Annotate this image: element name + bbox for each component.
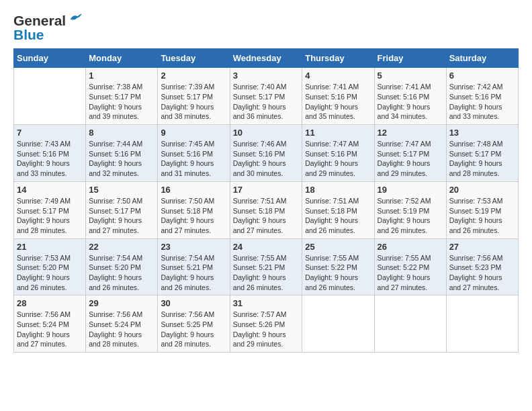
day-number: 5 <box>378 71 443 81</box>
day-cell: 4Sunrise: 7:41 AM Sunset: 5:16 PM Daylig… <box>302 68 374 125</box>
day-info: Sunrise: 7:53 AM Sunset: 5:20 PM Dayligh… <box>17 253 83 293</box>
logo-container: General Blue <box>13 13 82 42</box>
day-number: 27 <box>449 242 515 252</box>
day-info: Sunrise: 7:45 AM Sunset: 5:16 PM Dayligh… <box>161 139 226 179</box>
week-row-4: 21Sunrise: 7:53 AM Sunset: 5:20 PM Dayli… <box>14 238 519 295</box>
day-info: Sunrise: 7:39 AM Sunset: 5:17 PM Dayligh… <box>161 82 226 122</box>
day-cell <box>374 295 446 353</box>
week-row-2: 7Sunrise: 7:43 AM Sunset: 5:16 PM Daylig… <box>14 125 519 182</box>
day-cell: 22Sunrise: 7:54 AM Sunset: 5:20 PM Dayli… <box>86 238 158 295</box>
day-number: 30 <box>161 298 226 308</box>
day-cell: 7Sunrise: 7:43 AM Sunset: 5:16 PM Daylig… <box>14 125 86 182</box>
day-cell: 14Sunrise: 7:49 AM Sunset: 5:17 PM Dayli… <box>14 181 86 238</box>
day-number: 7 <box>17 128 83 138</box>
day-cell: 8Sunrise: 7:44 AM Sunset: 5:16 PM Daylig… <box>86 125 158 182</box>
day-info: Sunrise: 7:52 AM Sunset: 5:19 PM Dayligh… <box>378 196 443 236</box>
day-info: Sunrise: 7:38 AM Sunset: 5:17 PM Dayligh… <box>89 82 154 122</box>
day-number: 18 <box>305 185 371 195</box>
logo: General Blue <box>13 13 82 42</box>
day-info: Sunrise: 7:57 AM Sunset: 5:26 PM Dayligh… <box>233 310 300 349</box>
day-cell: 23Sunrise: 7:54 AM Sunset: 5:21 PM Dayli… <box>158 238 230 295</box>
week-row-1: 1Sunrise: 7:38 AM Sunset: 5:17 PM Daylig… <box>14 68 519 125</box>
day-info: Sunrise: 7:55 AM Sunset: 5:22 PM Dayligh… <box>305 253 371 293</box>
day-info: Sunrise: 7:48 AM Sunset: 5:17 PM Dayligh… <box>449 139 515 179</box>
header-day-wednesday: Wednesday <box>230 49 302 68</box>
day-cell: 24Sunrise: 7:55 AM Sunset: 5:21 PM Dayli… <box>230 238 302 295</box>
day-info: Sunrise: 7:51 AM Sunset: 5:18 PM Dayligh… <box>233 196 300 236</box>
day-info: Sunrise: 7:54 AM Sunset: 5:21 PM Dayligh… <box>161 253 226 293</box>
day-number: 15 <box>89 185 154 195</box>
day-cell: 19Sunrise: 7:52 AM Sunset: 5:19 PM Dayli… <box>374 181 446 238</box>
day-cell: 12Sunrise: 7:47 AM Sunset: 5:17 PM Dayli… <box>374 125 446 182</box>
header-day-sunday: Sunday <box>14 49 86 68</box>
day-info: Sunrise: 7:55 AM Sunset: 5:22 PM Dayligh… <box>378 253 443 293</box>
day-cell <box>14 68 86 125</box>
day-cell: 13Sunrise: 7:48 AM Sunset: 5:17 PM Dayli… <box>446 125 518 182</box>
day-info: Sunrise: 7:50 AM Sunset: 5:18 PM Dayligh… <box>161 196 226 236</box>
day-info: Sunrise: 7:56 AM Sunset: 5:24 PM Dayligh… <box>17 310 83 349</box>
header-row: SundayMondayTuesdayWednesdayThursdayFrid… <box>14 49 519 68</box>
calendar-table: SundayMondayTuesdayWednesdayThursdayFrid… <box>13 48 519 353</box>
day-info: Sunrise: 7:51 AM Sunset: 5:18 PM Dayligh… <box>305 196 371 236</box>
day-cell <box>446 295 518 353</box>
day-cell <box>302 295 374 353</box>
week-row-3: 14Sunrise: 7:49 AM Sunset: 5:17 PM Dayli… <box>14 181 519 238</box>
day-cell: 25Sunrise: 7:55 AM Sunset: 5:22 PM Dayli… <box>302 238 374 295</box>
day-info: Sunrise: 7:43 AM Sunset: 5:16 PM Dayligh… <box>17 139 83 179</box>
day-number: 13 <box>449 128 515 138</box>
day-cell: 3Sunrise: 7:40 AM Sunset: 5:17 PM Daylig… <box>230 68 302 125</box>
day-number: 23 <box>161 242 226 252</box>
week-row-5: 28Sunrise: 7:56 AM Sunset: 5:24 PM Dayli… <box>14 295 519 353</box>
day-cell: 20Sunrise: 7:53 AM Sunset: 5:19 PM Dayli… <box>446 181 518 238</box>
day-number: 24 <box>233 242 300 252</box>
day-number: 17 <box>233 185 300 195</box>
day-info: Sunrise: 7:50 AM Sunset: 5:17 PM Dayligh… <box>89 196 154 236</box>
day-info: Sunrise: 7:47 AM Sunset: 5:17 PM Dayligh… <box>378 139 443 179</box>
day-cell: 21Sunrise: 7:53 AM Sunset: 5:20 PM Dayli… <box>14 238 86 295</box>
day-info: Sunrise: 7:47 AM Sunset: 5:16 PM Dayligh… <box>305 139 371 179</box>
header-day-saturday: Saturday <box>446 49 518 68</box>
day-info: Sunrise: 7:40 AM Sunset: 5:17 PM Dayligh… <box>233 82 300 122</box>
day-cell: 15Sunrise: 7:50 AM Sunset: 5:17 PM Dayli… <box>86 181 158 238</box>
calendar-header: SundayMondayTuesdayWednesdayThursdayFrid… <box>14 49 519 68</box>
day-cell: 30Sunrise: 7:56 AM Sunset: 5:25 PM Dayli… <box>158 295 230 353</box>
day-number: 11 <box>305 128 371 138</box>
day-cell: 2Sunrise: 7:39 AM Sunset: 5:17 PM Daylig… <box>158 68 230 125</box>
header-day-tuesday: Tuesday <box>158 49 230 68</box>
day-info: Sunrise: 7:42 AM Sunset: 5:16 PM Dayligh… <box>449 82 515 122</box>
day-number: 9 <box>161 128 226 138</box>
day-info: Sunrise: 7:56 AM Sunset: 5:25 PM Dayligh… <box>161 310 226 349</box>
logo-blue-part: Blue <box>13 27 44 42</box>
day-cell: 27Sunrise: 7:56 AM Sunset: 5:23 PM Dayli… <box>446 238 518 295</box>
day-info: Sunrise: 7:53 AM Sunset: 5:19 PM Dayligh… <box>449 196 515 236</box>
day-info: Sunrise: 7:46 AM Sunset: 5:16 PM Dayligh… <box>233 139 300 179</box>
calendar-body: 1Sunrise: 7:38 AM Sunset: 5:17 PM Daylig… <box>14 68 519 353</box>
day-number: 14 <box>17 185 83 195</box>
day-info: Sunrise: 7:54 AM Sunset: 5:20 PM Dayligh… <box>89 253 154 293</box>
day-cell: 16Sunrise: 7:50 AM Sunset: 5:18 PM Dayli… <box>158 181 230 238</box>
day-number: 10 <box>233 128 300 138</box>
day-number: 12 <box>378 128 443 138</box>
page-header: General Blue <box>13 13 519 42</box>
day-cell: 18Sunrise: 7:51 AM Sunset: 5:18 PM Dayli… <box>302 181 374 238</box>
logo-bird-icon <box>70 13 82 21</box>
day-info: Sunrise: 7:55 AM Sunset: 5:21 PM Dayligh… <box>233 253 300 293</box>
day-cell: 10Sunrise: 7:46 AM Sunset: 5:16 PM Dayli… <box>230 125 302 182</box>
day-number: 19 <box>378 185 443 195</box>
day-number: 3 <box>233 71 300 81</box>
day-cell: 9Sunrise: 7:45 AM Sunset: 5:16 PM Daylig… <box>158 125 230 182</box>
day-number: 26 <box>378 242 443 252</box>
day-number: 28 <box>17 298 83 308</box>
day-number: 25 <box>305 242 371 252</box>
day-cell: 5Sunrise: 7:41 AM Sunset: 5:16 PM Daylig… <box>374 68 446 125</box>
day-number: 29 <box>89 298 154 308</box>
day-number: 8 <box>89 128 154 138</box>
day-info: Sunrise: 7:41 AM Sunset: 5:16 PM Dayligh… <box>305 82 371 122</box>
day-info: Sunrise: 7:49 AM Sunset: 5:17 PM Dayligh… <box>17 196 83 236</box>
day-cell: 29Sunrise: 7:56 AM Sunset: 5:24 PM Dayli… <box>86 295 158 353</box>
day-number: 31 <box>233 298 300 308</box>
day-info: Sunrise: 7:56 AM Sunset: 5:24 PM Dayligh… <box>89 310 154 349</box>
day-info: Sunrise: 7:56 AM Sunset: 5:23 PM Dayligh… <box>449 253 515 293</box>
day-number: 21 <box>17 242 83 252</box>
day-number: 6 <box>449 71 515 81</box>
